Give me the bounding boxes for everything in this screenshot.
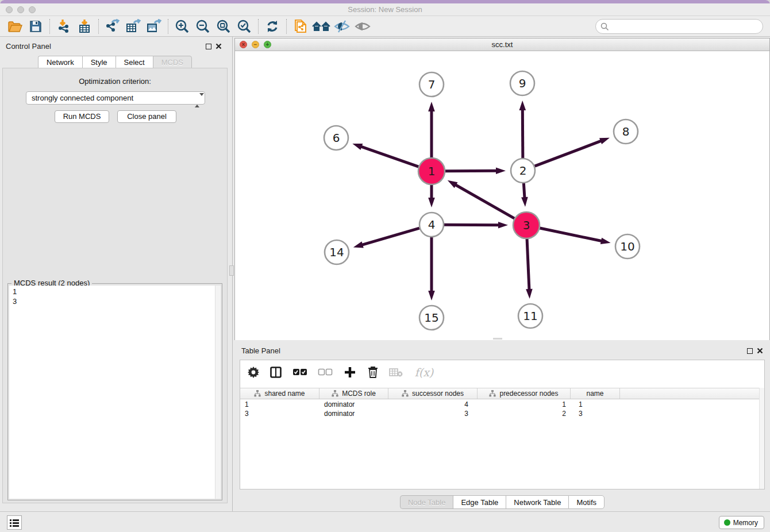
graph-node-9[interactable]: 9 — [510, 71, 534, 95]
delete-columns-icon[interactable] — [367, 364, 379, 381]
table-cell[interactable]: dominator — [319, 409, 388, 418]
memory-label: Memory — [733, 519, 758, 527]
graph-node-1[interactable]: 1 — [418, 158, 445, 184]
graph-node-14[interactable]: 14 — [325, 240, 349, 264]
table-cell[interactable]: 4 — [388, 400, 478, 409]
save-session-icon[interactable] — [25, 18, 46, 35]
table-settings-gear-icon[interactable] — [247, 364, 260, 381]
tab-network-table[interactable]: Network Table — [506, 495, 568, 509]
tab-motifs[interactable]: Motifs — [568, 495, 605, 509]
tab-select[interactable]: Select — [116, 56, 153, 68]
edge-1-6[interactable] — [358, 145, 419, 167]
table-scrollbar[interactable] — [759, 388, 764, 489]
horizontal-splitter-grip[interactable] — [493, 338, 502, 340]
search-icon — [600, 22, 609, 31]
mcds-result-scrollbar[interactable] — [215, 286, 221, 499]
attribute-tree-icon — [489, 390, 496, 397]
search-input[interactable] — [609, 21, 763, 32]
graph-node-7[interactable]: 7 — [419, 72, 444, 97]
column-header-shared-name[interactable]: shared name — [240, 388, 319, 399]
tab-edge-table[interactable]: Edge Table — [453, 495, 506, 509]
zoom-in-icon[interactable] — [172, 18, 192, 35]
edge-4-14[interactable] — [359, 228, 419, 246]
export-image-icon[interactable] — [144, 18, 164, 35]
float-panel-icon[interactable] — [206, 44, 211, 49]
toolbar-separator — [258, 19, 259, 34]
graph-node-8[interactable]: 8 — [614, 119, 638, 144]
edge-1-2[interactable] — [445, 171, 500, 171]
criterion-select[interactable]: strongly connected component — [26, 91, 205, 105]
graph-node-10[interactable]: 10 — [615, 234, 640, 259]
column-header-predecessor-nodes[interactable]: predecessor nodes — [478, 388, 571, 399]
table-cell[interactable]: 1 — [240, 400, 319, 409]
graph-node-6[interactable]: 6 — [324, 126, 348, 150]
zoom-out-icon[interactable] — [192, 18, 213, 35]
column-header-successor-nodes[interactable]: successor nodes — [388, 388, 478, 399]
criterion-value: strongly connected component — [32, 94, 133, 102]
open-session-icon[interactable] — [5, 18, 25, 35]
duplicate-network-icon[interactable] — [290, 18, 311, 35]
list-icon — [10, 519, 19, 527]
column-header-MCDS-role[interactable]: MCDS role — [319, 388, 388, 399]
close-panel-button[interactable]: Close panel — [117, 110, 176, 123]
toggle-column-view-icon[interactable] — [269, 364, 283, 381]
tab-network[interactable]: Network — [38, 56, 82, 68]
table-cell[interactable]: 3 — [240, 409, 319, 418]
float-table-panel-icon[interactable] — [747, 348, 753, 354]
table-cell[interactable]: 3 — [571, 409, 620, 418]
edge-4-3[interactable] — [444, 225, 502, 225]
search-field[interactable] — [595, 19, 763, 34]
add-column-icon[interactable] — [342, 364, 357, 381]
close-table-panel-icon[interactable] — [757, 348, 763, 354]
select-all-rows-icon[interactable] — [292, 364, 308, 381]
graph-node-2[interactable]: 2 — [511, 159, 535, 183]
edge-3-11[interactable] — [527, 239, 529, 293]
table-row[interactable]: 1dominator411 — [240, 400, 764, 409]
edge-arrowhead-1-6 — [352, 144, 363, 150]
table-cell[interactable]: dominator — [319, 400, 388, 409]
graph-node-11[interactable]: 11 — [518, 304, 542, 328]
tab-node-table[interactable]: Node Table — [400, 495, 453, 509]
vertical-splitter-grip[interactable] — [229, 265, 234, 276]
table-cell[interactable]: 3 — [388, 409, 478, 418]
table-cell[interactable]: 1 — [478, 400, 571, 409]
edge-2-9[interactable] — [522, 106, 523, 158]
import-network-icon[interactable] — [53, 18, 74, 35]
refresh-icon[interactable] — [262, 18, 283, 35]
mcds-result-text[interactable]: 1 3 — [9, 286, 221, 499]
column-header-name[interactable]: name — [571, 388, 620, 399]
export-table-icon[interactable] — [123, 18, 144, 35]
tab-mcds[interactable]: MCDS — [153, 56, 192, 68]
tab-style[interactable]: Style — [82, 56, 116, 68]
table-row[interactable]: 3dominator323 — [240, 409, 764, 418]
export-network-icon[interactable] — [102, 18, 123, 35]
table-cell[interactable]: 2 — [478, 409, 571, 418]
window-title: Session: New Session — [0, 5, 770, 14]
hide-graphics-details-icon[interactable] — [332, 18, 352, 35]
graph-node-3[interactable]: 3 — [513, 212, 540, 238]
edge-3-10[interactable] — [540, 228, 605, 242]
show-graphics-details-icon[interactable] — [352, 18, 373, 35]
graph-node-15[interactable]: 15 — [419, 306, 444, 330]
svg-text:15: 15 — [424, 311, 438, 325]
edge-3-1[interactable] — [452, 183, 514, 218]
network-window-titlebar[interactable]: × − + scc.txt — [235, 38, 769, 51]
memory-status-dot — [724, 519, 730, 526]
close-panel-icon[interactable] — [215, 43, 222, 49]
zoom-selected-icon[interactable] — [234, 18, 255, 35]
deselect-all-rows-icon[interactable] — [317, 364, 333, 381]
network-graph-canvas[interactable]: 1234678910111415 — [235, 51, 769, 340]
edge-arrowhead-2-8 — [599, 138, 610, 144]
zoom-fit-icon[interactable] — [213, 18, 234, 35]
memory-button[interactable]: Memory — [719, 516, 764, 529]
control-panel-tabs: Network Style Select MCDS — [0, 56, 230, 68]
table-cell[interactable]: 1 — [571, 400, 620, 409]
run-mcds-button[interactable]: Run MCDS — [55, 110, 109, 123]
hierarchy-home-icon[interactable] — [311, 18, 332, 35]
table-header-row[interactable]: shared nameMCDS rolesuccessor nodesprede… — [240, 388, 764, 399]
graph-node-4[interactable]: 4 — [419, 213, 444, 237]
edge-arrowhead-1-7 — [428, 102, 435, 111]
import-table-icon[interactable] — [74, 18, 95, 35]
task-history-button[interactable] — [7, 515, 22, 530]
edge-2-8[interactable] — [535, 140, 605, 166]
